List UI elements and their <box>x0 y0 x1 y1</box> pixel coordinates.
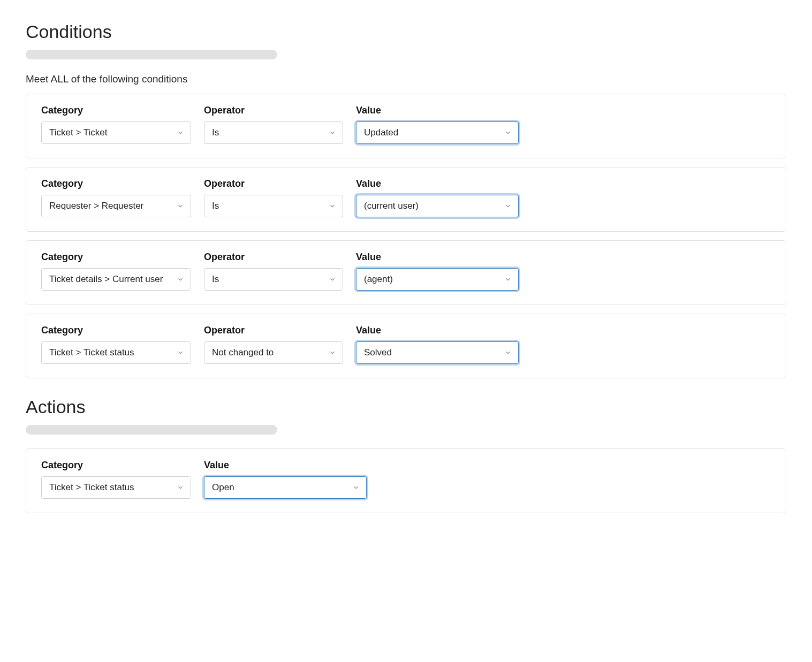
category-select-value: Ticket > Ticket status <box>49 482 134 493</box>
conditions-subheading: Meet ALL of the following conditions <box>26 73 786 85</box>
operator-select[interactable]: Is <box>204 268 343 291</box>
category-select-value: Ticket > Ticket <box>49 127 107 138</box>
value-select-value: Open <box>212 482 234 493</box>
value-select[interactable]: (agent) <box>356 268 519 291</box>
condition-row: Category Requester > Requester Operator … <box>26 167 786 232</box>
chevron-down-icon <box>329 276 336 283</box>
condition-row: Category Ticket > Ticket status Operator… <box>26 314 786 378</box>
chevron-down-icon <box>329 349 336 356</box>
category-select-value: Requester > Requester <box>49 201 143 211</box>
category-select[interactable]: Ticket > Ticket status <box>41 341 191 364</box>
chevron-down-icon <box>504 129 512 136</box>
value-label: Value <box>356 178 519 189</box>
chevron-down-icon <box>177 202 184 210</box>
value-label: Value <box>356 105 519 116</box>
value-label: Value <box>356 252 519 263</box>
operator-label: Operator <box>204 252 343 263</box>
value-select[interactable]: Solved <box>356 341 519 364</box>
category-select[interactable]: Requester > Requester <box>41 195 191 217</box>
actions-section: Actions Category Ticket > Ticket status … <box>26 397 786 513</box>
chevron-down-icon <box>504 202 512 210</box>
operator-label: Operator <box>204 105 343 116</box>
value-select-value: Solved <box>364 347 392 358</box>
actions-heading: Actions <box>26 397 786 417</box>
conditions-heading: Conditions <box>26 21 786 42</box>
value-select[interactable]: Updated <box>356 121 519 144</box>
category-label: Category <box>41 325 191 336</box>
conditions-section: Conditions Meet ALL of the following con… <box>26 21 786 378</box>
operator-select-value: Is <box>212 274 219 285</box>
operator-label: Operator <box>204 178 343 189</box>
chevron-down-icon <box>177 276 184 283</box>
conditions-description-placeholder <box>26 50 277 59</box>
actions-description-placeholder <box>26 425 277 435</box>
chevron-down-icon <box>329 202 336 210</box>
value-select[interactable]: Open <box>204 476 367 499</box>
category-label: Category <box>41 178 191 189</box>
chevron-down-icon <box>177 349 184 356</box>
operator-select-value: Is <box>212 127 219 138</box>
category-label: Category <box>41 460 191 471</box>
value-label: Value <box>356 325 519 336</box>
chevron-down-icon <box>329 129 336 136</box>
value-select-value: (agent) <box>364 274 393 285</box>
value-select-value: (current user) <box>364 201 419 211</box>
operator-select-value: Not changed to <box>212 347 274 358</box>
action-row: Category Ticket > Ticket status Value Op… <box>26 448 786 513</box>
category-select[interactable]: Ticket > Ticket status <box>41 476 191 499</box>
value-select-value: Updated <box>364 127 398 138</box>
category-select[interactable]: Ticket > Ticket <box>41 121 191 144</box>
chevron-down-icon <box>504 349 512 356</box>
category-select[interactable]: Ticket details > Current user <box>41 268 191 291</box>
category-select-value: Ticket details > Current user <box>49 274 163 285</box>
value-label: Value <box>204 460 367 471</box>
operator-select[interactable]: Not changed to <box>204 341 343 364</box>
operator-select[interactable]: Is <box>204 121 343 144</box>
chevron-down-icon <box>352 484 360 491</box>
condition-row: Category Ticket > Ticket Operator Is Val… <box>26 94 786 158</box>
operator-label: Operator <box>204 325 343 336</box>
operator-select-value: Is <box>212 201 219 211</box>
operator-select[interactable]: Is <box>204 195 343 217</box>
category-select-value: Ticket > Ticket status <box>49 347 134 358</box>
category-label: Category <box>41 105 191 116</box>
chevron-down-icon <box>504 276 512 283</box>
category-label: Category <box>41 252 191 263</box>
chevron-down-icon <box>177 129 184 136</box>
chevron-down-icon <box>177 484 184 491</box>
condition-row: Category Ticket details > Current user O… <box>26 240 786 305</box>
value-select[interactable]: (current user) <box>356 195 519 217</box>
